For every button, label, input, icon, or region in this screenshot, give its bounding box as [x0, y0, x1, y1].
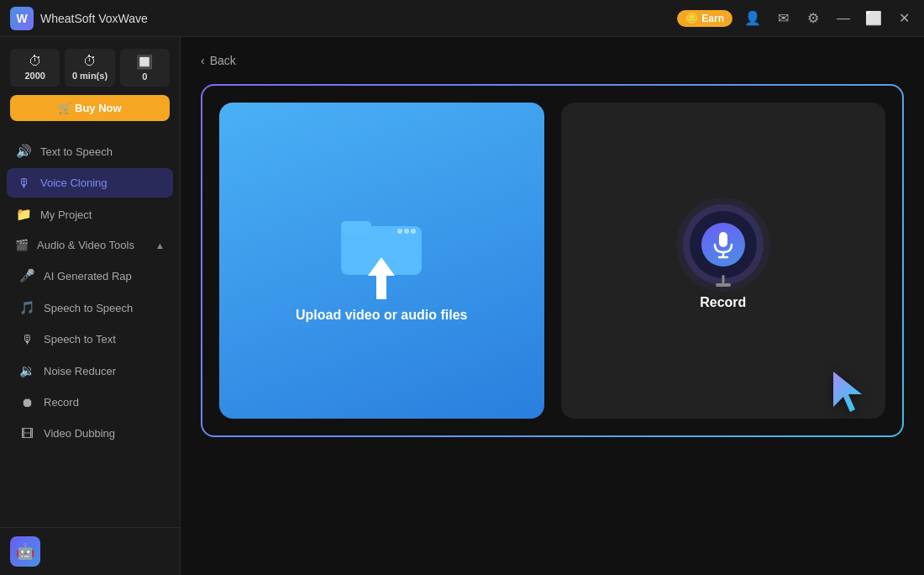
- sidebar-item-text-to-speech[interactable]: 🔊 Text to Speech: [7, 136, 173, 166]
- stat-minutes: ⏱ 0 min(s): [65, 49, 114, 87]
- back-arrow-icon: ‹: [201, 54, 205, 67]
- project-icon: 📁: [15, 207, 32, 222]
- earn-button[interactable]: 🪙 Earn: [677, 10, 732, 27]
- sidebar-item-voice-cloning[interactable]: 🎙 Voice Cloning: [7, 168, 173, 198]
- count-icon: 🔲: [123, 54, 166, 70]
- svg-marker-9: [833, 372, 862, 412]
- sidebar-nav: 🔊 Text to Speech 🎙 Voice Cloning 📁 My Pr…: [0, 129, 180, 527]
- mic-icon: [701, 223, 745, 266]
- upload-card[interactable]: Upload video or audio files: [219, 103, 544, 419]
- app-name: WheatSoft VoxWave: [40, 12, 148, 25]
- ai-rap-icon: 🎤: [18, 268, 35, 283]
- mail-icon[interactable]: ✉: [773, 10, 793, 26]
- stat-characters: ⏱ 2000: [10, 49, 60, 87]
- sidebar: ⏱ 2000 ⏱ 0 min(s) 🔲 0 🛒 Buy Now 🔊 Text: [0, 37, 181, 575]
- chat-widget[interactable]: 🤖: [10, 536, 170, 567]
- project-label: My Project: [40, 208, 92, 221]
- titlebar-right: 🪙 Earn 👤 ✉ ⚙ — ⬜ ✕: [677, 10, 914, 27]
- sidebar-bottom: 🤖: [0, 527, 180, 575]
- sidebar-top: ⏱ 2000 ⏱ 0 min(s) 🔲 0 🛒 Buy Now: [0, 37, 180, 129]
- av-tools-label: Audio & Video Tools: [37, 239, 134, 251]
- buy-label: 🛒 Buy Now: [58, 102, 121, 114]
- vc-label: Voice Cloning: [40, 177, 108, 189]
- minutes-value: 0 min(s): [68, 71, 111, 81]
- record-label: Record: [700, 295, 746, 310]
- tts-label: Text to Speech: [40, 145, 113, 158]
- back-button[interactable]: ‹ Back: [201, 54, 236, 67]
- maximize-icon[interactable]: ⬜: [864, 10, 884, 26]
- stats-row: ⏱ 2000 ⏱ 0 min(s) 🔲 0: [10, 49, 170, 87]
- selection-cards-container: Upload video or audio files: [201, 84, 904, 437]
- microphone-svg: [711, 230, 735, 259]
- titlebar: W WheatSoft VoxWave 🪙 Earn 👤 ✉ ⚙ — ⬜ ✕: [0, 0, 924, 37]
- svg-point-4: [411, 229, 416, 234]
- upload-arrow-icon: [365, 257, 398, 299]
- ai-rap-label: AI Generated Rap: [44, 270, 132, 282]
- record-nav-label: Record: [44, 396, 79, 409]
- chat-avatar: 🤖: [10, 536, 40, 567]
- sidebar-item-video-dubbing[interactable]: 🎞 Video Dubbing: [10, 419, 173, 448]
- sidebar-item-speech-to-speech[interactable]: 🎵 Speech to Speech: [10, 293, 173, 323]
- close-icon[interactable]: ✕: [894, 10, 914, 26]
- svg-point-2: [397, 229, 402, 234]
- svg-point-3: [404, 229, 409, 234]
- main-content: ‹ Back: [181, 37, 924, 575]
- app-layout: ⏱ 2000 ⏱ 0 min(s) 🔲 0 🛒 Buy Now 🔊 Text: [0, 37, 924, 575]
- stt-icon: 🎙: [18, 332, 35, 346]
- sidebar-section-av-tools[interactable]: 🎬 Audio & Video Tools ▲: [7, 231, 173, 259]
- cursor-indicator: [827, 368, 869, 419]
- mic-icon-wrap: [690, 211, 757, 278]
- tts-icon: 🔊: [15, 144, 32, 159]
- coin-icon: 🪙: [685, 13, 698, 24]
- sidebar-item-ai-rap[interactable]: 🎤 AI Generated Rap: [10, 261, 173, 291]
- sidebar-item-record[interactable]: ⏺ Record: [10, 388, 173, 417]
- count-value: 0: [123, 71, 166, 82]
- buy-now-button[interactable]: 🛒 Buy Now: [10, 95, 170, 121]
- stat-count: 🔲 0: [120, 49, 170, 87]
- svg-rect-1: [341, 221, 371, 233]
- sts-icon: 🎵: [18, 300, 35, 315]
- noise-icon: 🔉: [18, 363, 35, 378]
- settings-icon[interactable]: ⚙: [803, 10, 823, 26]
- sidebar-item-noise-reducer[interactable]: 🔉 Noise Reducer: [10, 356, 173, 386]
- stt-label: Speech to Text: [44, 333, 116, 346]
- record-nav-icon: ⏺: [18, 395, 35, 409]
- earn-label: Earn: [701, 13, 724, 24]
- noise-label: Noise Reducer: [44, 365, 116, 377]
- app-logo: W: [10, 7, 34, 30]
- vc-icon: 🎙: [15, 176, 32, 190]
- sts-label: Speech to Speech: [44, 302, 133, 314]
- av-tools-left: 🎬 Audio & Video Tools: [15, 239, 134, 251]
- mic-base: [716, 283, 731, 287]
- characters-icon: ⏱: [13, 54, 56, 69]
- svg-rect-6: [719, 232, 727, 247]
- account-icon[interactable]: 👤: [743, 10, 763, 26]
- svg-marker-5: [368, 257, 395, 299]
- characters-value: 2000: [13, 71, 56, 81]
- sidebar-item-my-project[interactable]: 📁 My Project: [7, 199, 173, 229]
- titlebar-left: W WheatSoft VoxWave: [10, 7, 148, 30]
- cursor-svg: [827, 368, 869, 419]
- chevron-up-icon: ▲: [155, 240, 165, 251]
- minimize-icon[interactable]: —: [833, 11, 853, 26]
- mic-stand: [722, 275, 724, 283]
- av-tools-icon: 🎬: [15, 239, 29, 251]
- back-label: Back: [210, 54, 236, 67]
- dubbing-label: Video Dubbing: [44, 427, 115, 440]
- sidebar-item-speech-to-text[interactable]: 🎙 Speech to Text: [10, 324, 173, 354]
- upload-label: Upload video or audio files: [296, 308, 467, 323]
- minutes-icon: ⏱: [68, 54, 111, 69]
- av-tools-submenu: 🎤 AI Generated Rap 🎵 Speech to Speech 🎙 …: [7, 261, 173, 448]
- dubbing-icon: 🎞: [18, 426, 35, 440]
